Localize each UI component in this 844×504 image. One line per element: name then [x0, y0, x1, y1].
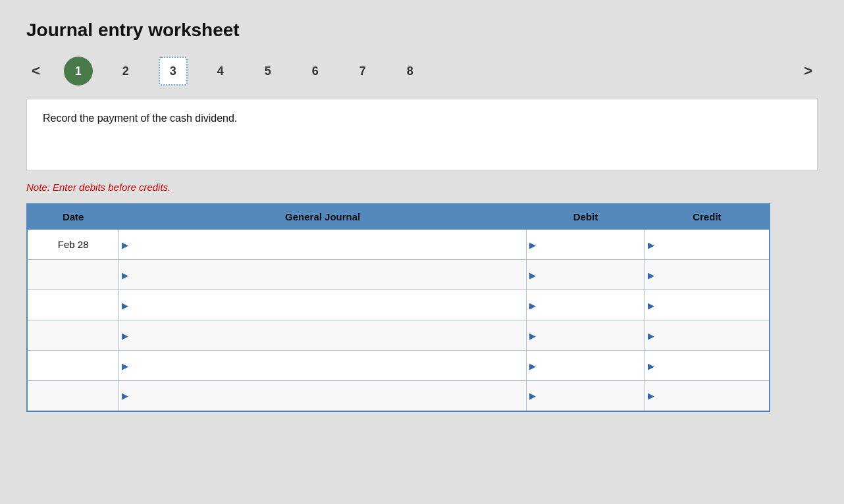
- debit-input-5[interactable]: [527, 381, 645, 411]
- next-arrow[interactable]: >: [799, 61, 818, 81]
- debit-input-0[interactable]: [527, 230, 645, 259]
- journal-cell-5[interactable]: ▶: [119, 381, 527, 411]
- cell-arrow-icon: ▶: [122, 330, 128, 340]
- cell-arrow-icon: ▶: [122, 391, 128, 401]
- prev-arrow[interactable]: <: [26, 61, 45, 81]
- date-cell-2: [27, 290, 119, 320]
- debit-cell-1[interactable]: ▶: [527, 260, 645, 290]
- cell-arrow-icon: ▶: [529, 300, 536, 310]
- journal-input-4[interactable]: [119, 351, 526, 380]
- table-row: ▶▶▶: [27, 381, 770, 411]
- debit-input-3[interactable]: [527, 320, 645, 350]
- journal-input-1[interactable]: [119, 260, 526, 290]
- cell-arrow-icon: ▶: [648, 391, 654, 401]
- nav-item-5[interactable]: 5: [253, 57, 282, 86]
- table-row: ▶▶▶: [27, 320, 770, 351]
- cell-arrow-icon: ▶: [648, 270, 654, 280]
- credit-cell-2[interactable]: ▶: [645, 290, 770, 320]
- date-cell-3: [27, 320, 119, 351]
- journal-input-3[interactable]: [119, 320, 526, 350]
- cell-arrow-icon: ▶: [122, 239, 128, 249]
- nav-item-2[interactable]: 2: [111, 57, 140, 86]
- cell-arrow-icon: ▶: [529, 270, 536, 280]
- debit-cell-5[interactable]: ▶: [527, 381, 645, 411]
- debit-cell-4[interactable]: ▶: [527, 351, 645, 381]
- header-credit: Credit: [645, 204, 770, 230]
- cell-arrow-icon: ▶: [648, 330, 654, 340]
- header-debit: Debit: [527, 204, 645, 230]
- debit-cell-2[interactable]: ▶: [527, 290, 645, 320]
- credit-cell-1[interactable]: ▶: [645, 260, 770, 290]
- debit-input-1[interactable]: [527, 260, 645, 290]
- debit-input-2[interactable]: [527, 290, 645, 320]
- journal-cell-2[interactable]: ▶: [119, 290, 527, 320]
- header-journal: General Journal: [119, 204, 527, 230]
- cell-arrow-icon: ▶: [529, 361, 536, 370]
- nav-item-8[interactable]: 8: [396, 57, 425, 86]
- cell-arrow-icon: ▶: [648, 239, 654, 249]
- debit-input-4[interactable]: [527, 351, 645, 380]
- date-cell-0: Feb 28: [27, 230, 119, 260]
- date-cell-5: [27, 381, 119, 411]
- journal-cell-3[interactable]: ▶: [119, 320, 527, 351]
- journal-input-0[interactable]: [119, 230, 526, 259]
- journal-table: Date General Journal Debit Credit Feb 28…: [26, 203, 770, 412]
- debit-cell-0[interactable]: ▶: [527, 230, 645, 260]
- credit-input-3[interactable]: [645, 320, 769, 350]
- credit-cell-4[interactable]: ▶: [645, 351, 770, 381]
- cell-arrow-icon: ▶: [122, 270, 128, 280]
- date-cell-1: [27, 260, 119, 290]
- nav-item-6[interactable]: 6: [301, 57, 330, 86]
- cell-arrow-icon: ▶: [648, 361, 654, 370]
- cell-arrow-icon: ▶: [529, 239, 536, 249]
- journal-cell-4[interactable]: ▶: [119, 351, 527, 381]
- journal-input-2[interactable]: [119, 290, 526, 320]
- nav-item-1[interactable]: 1: [64, 57, 93, 86]
- journal-input-5[interactable]: [119, 381, 526, 411]
- navigation-row: < 1 2 3 4 5 6 7 8 >: [26, 57, 818, 86]
- cell-arrow-icon: ▶: [529, 391, 536, 401]
- header-date: Date: [27, 204, 119, 230]
- cell-arrow-icon: ▶: [122, 300, 128, 310]
- debit-cell-3[interactable]: ▶: [527, 320, 645, 351]
- credit-input-4[interactable]: [645, 351, 769, 380]
- instruction-text: Record the payment of the cash dividend.: [43, 113, 237, 124]
- nav-item-4[interactable]: 4: [206, 57, 235, 86]
- credit-cell-5[interactable]: ▶: [645, 381, 770, 411]
- credit-input-0[interactable]: [645, 230, 769, 259]
- table-row: ▶▶▶: [27, 260, 770, 290]
- table-row: ▶▶▶: [27, 290, 770, 320]
- page-title: Journal entry worksheet: [26, 20, 818, 41]
- cell-arrow-icon: ▶: [648, 300, 654, 310]
- credit-cell-0[interactable]: ▶: [645, 230, 770, 260]
- journal-cell-0[interactable]: ▶: [119, 230, 527, 260]
- credit-input-1[interactable]: [645, 260, 769, 290]
- table-row: Feb 28▶▶▶: [27, 230, 770, 260]
- journal-cell-1[interactable]: ▶: [119, 260, 527, 290]
- cell-arrow-icon: ▶: [122, 361, 128, 370]
- credit-input-2[interactable]: [645, 290, 769, 320]
- date-cell-4: [27, 351, 119, 381]
- credit-input-5[interactable]: [645, 381, 769, 411]
- table-row: ▶▶▶: [27, 351, 770, 381]
- credit-cell-3[interactable]: ▶: [645, 320, 770, 351]
- cell-arrow-icon: ▶: [529, 330, 536, 340]
- nav-item-3[interactable]: 3: [159, 57, 188, 86]
- instruction-box: Record the payment of the cash dividend.: [26, 99, 818, 171]
- nav-item-7[interactable]: 7: [348, 57, 377, 86]
- note-text: Note: Enter debits before credits.: [26, 182, 818, 193]
